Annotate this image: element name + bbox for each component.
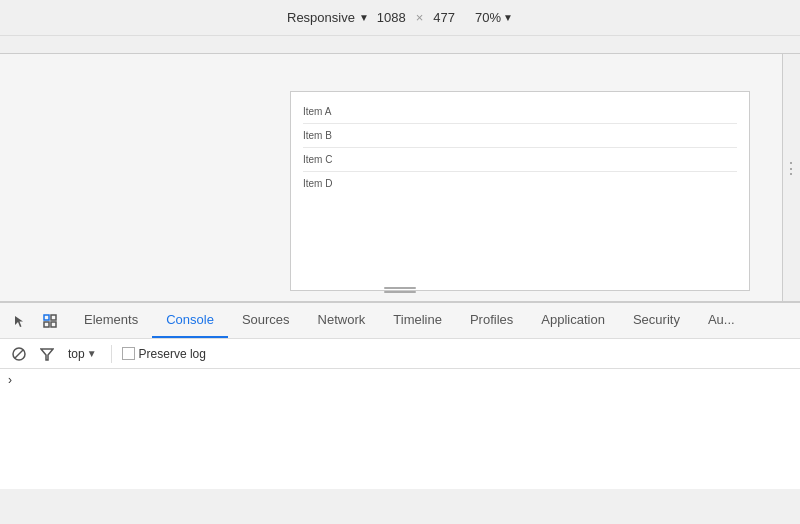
list-item: Item D bbox=[303, 172, 737, 195]
inspect-icon bbox=[42, 313, 58, 329]
responsive-selector[interactable]: Responsive ▼ bbox=[287, 10, 369, 25]
cursor-tool-button[interactable] bbox=[6, 307, 34, 335]
clear-console-button[interactable] bbox=[8, 343, 30, 365]
cursor-icon bbox=[13, 314, 27, 328]
inspect-button[interactable] bbox=[36, 307, 64, 335]
scrollbar-icon: ⋮ bbox=[783, 161, 799, 177]
list-item: Item C bbox=[303, 148, 737, 172]
tab-audits[interactable]: Au... bbox=[694, 303, 749, 338]
console-output[interactable]: › bbox=[0, 369, 800, 489]
scrollbar-indicator: ⋮ bbox=[782, 36, 800, 301]
top-bar: Responsive ▼ 1088 × 477 70% ▼ bbox=[0, 0, 800, 36]
tab-network[interactable]: Network bbox=[304, 303, 380, 338]
tab-security[interactable]: Security bbox=[619, 303, 694, 338]
console-toolbar: top ▼ Preserve log bbox=[0, 339, 800, 369]
viewport-height: 477 bbox=[433, 10, 455, 25]
svg-line-5 bbox=[15, 350, 23, 358]
tab-elements[interactable]: Elements bbox=[70, 303, 152, 338]
tab-console[interactable]: Console bbox=[152, 303, 228, 338]
preview-area: Item A Item B Item C Item D ⋮ bbox=[0, 36, 800, 301]
filter-button[interactable] bbox=[36, 343, 58, 365]
preserve-log-checkbox[interactable] bbox=[122, 347, 135, 360]
context-label: top bbox=[68, 347, 85, 361]
preserve-log-text: Preserve log bbox=[139, 347, 206, 361]
context-selector[interactable]: top ▼ bbox=[64, 345, 101, 363]
zoom-label: 70% bbox=[475, 10, 501, 25]
toolbar-divider bbox=[111, 345, 112, 363]
tab-application[interactable]: Application bbox=[527, 303, 619, 338]
svg-rect-1 bbox=[44, 322, 49, 327]
tab-timeline[interactable]: Timeline bbox=[379, 303, 456, 338]
svg-rect-3 bbox=[51, 322, 56, 327]
preserve-log-label[interactable]: Preserve log bbox=[122, 347, 206, 361]
context-dropdown-icon: ▼ bbox=[87, 348, 97, 359]
zoom-selector[interactable]: 70% ▼ bbox=[475, 10, 513, 25]
drag-line-1 bbox=[384, 287, 416, 289]
resize-handle[interactable] bbox=[384, 287, 416, 293]
svg-marker-6 bbox=[41, 349, 53, 360]
drag-line-2 bbox=[384, 291, 416, 293]
svg-rect-0 bbox=[44, 315, 49, 320]
list-item: Item B bbox=[303, 124, 737, 148]
list-item: Item A bbox=[303, 100, 737, 124]
tab-icon-group bbox=[0, 303, 70, 338]
preview-content: Item A Item B Item C Item D bbox=[291, 92, 749, 203]
devtools-panel: Elements Console Sources Network Timelin… bbox=[0, 301, 800, 489]
zoom-dropdown-icon[interactable]: ▼ bbox=[503, 12, 513, 23]
responsive-label: Responsive bbox=[287, 10, 355, 25]
ruler-horizontal bbox=[0, 36, 800, 54]
dimension-separator: × bbox=[416, 10, 424, 25]
filter-icon bbox=[40, 347, 54, 361]
svg-rect-2 bbox=[51, 315, 56, 320]
console-cursor: › bbox=[8, 373, 12, 387]
tab-sources[interactable]: Sources bbox=[228, 303, 304, 338]
block-icon bbox=[12, 347, 26, 361]
preview-container: Item A Item B Item C Item D bbox=[290, 91, 750, 291]
devtools-tabs: Elements Console Sources Network Timelin… bbox=[0, 303, 800, 339]
responsive-dropdown-icon[interactable]: ▼ bbox=[359, 12, 369, 23]
viewport-width: 1088 bbox=[377, 10, 406, 25]
tab-profiles[interactable]: Profiles bbox=[456, 303, 527, 338]
